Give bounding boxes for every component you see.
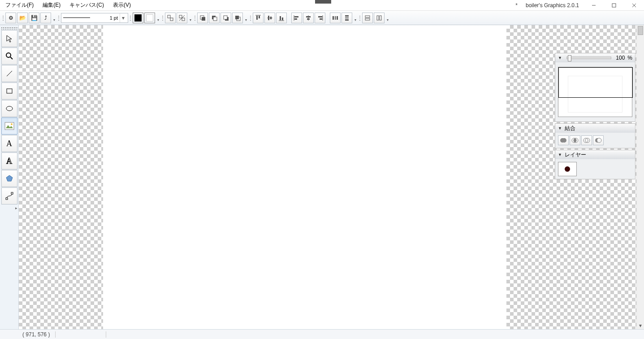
open-button[interactable]: 📂 bbox=[17, 13, 28, 23]
svg-rect-1 bbox=[612, 4, 616, 7]
ungroup-button[interactable] bbox=[177, 13, 187, 23]
svg-rect-39 bbox=[345, 17, 349, 18]
svg-rect-48 bbox=[7, 89, 12, 93]
align-left-button[interactable] bbox=[291, 13, 302, 23]
cursor-coordinates: ( 971, 576 ) bbox=[22, 331, 50, 338]
svg-rect-7 bbox=[182, 18, 185, 21]
canvas-area[interactable]: ▼ 100% ▼結合 bbox=[19, 25, 644, 329]
svg-rect-18 bbox=[256, 16, 258, 20]
svg-rect-38 bbox=[345, 15, 349, 17]
svg-rect-21 bbox=[268, 16, 269, 20]
align-bottom-button[interactable] bbox=[276, 13, 287, 23]
toolbox-expand[interactable]: ▸ bbox=[15, 205, 18, 210]
export-button[interactable]: ⤴ bbox=[40, 13, 51, 23]
group-button[interactable] bbox=[165, 13, 176, 23]
bring-forward-button[interactable] bbox=[209, 13, 220, 23]
layer-row[interactable] bbox=[558, 162, 632, 176]
svg-rect-25 bbox=[282, 17, 283, 20]
vertical-scrollbar[interactable]: ▾ bbox=[636, 25, 644, 329]
canvas[interactable] bbox=[103, 25, 506, 329]
settings-button[interactable]: ⚙ bbox=[5, 13, 16, 23]
window-minimize-button[interactable] bbox=[583, 0, 604, 11]
panel-collapse-icon[interactable]: ▼ bbox=[558, 152, 562, 157]
tool-ellipse[interactable] bbox=[1, 100, 17, 117]
toolbar: ⋮ ⚙ 📂 💾 ⤴ ▾ ⋮ 1 pt ▾ ⋮ ▾ ⋮ ▾ ⋮ ▾ ⋮ ▾ ⋮ ▾ bbox=[0, 11, 644, 25]
background-color-swatch[interactable] bbox=[144, 13, 155, 23]
svg-rect-24 bbox=[280, 16, 281, 20]
toolbar-dropdown-6[interactable]: ▾ bbox=[385, 13, 390, 23]
svg-rect-31 bbox=[307, 18, 310, 20]
folder-icon: 📂 bbox=[19, 15, 26, 21]
layer-visibility-toggle[interactable] bbox=[558, 162, 577, 176]
svg-rect-19 bbox=[259, 16, 260, 18]
align-right-button[interactable] bbox=[315, 13, 325, 23]
distribute-h-button[interactable] bbox=[330, 13, 341, 23]
panels: ▼ 100% ▼結合 bbox=[555, 53, 635, 181]
foreground-color-swatch[interactable] bbox=[133, 13, 143, 23]
zoom-percent: 100 bbox=[616, 55, 625, 61]
save-button[interactable]: 💾 bbox=[29, 13, 39, 23]
bring-front-button[interactable] bbox=[197, 13, 208, 23]
menu-canvas[interactable]: キャンバス(C) bbox=[67, 0, 107, 10]
align-vcenter-button[interactable] bbox=[264, 13, 275, 23]
tool-rectangle[interactable] bbox=[1, 83, 17, 100]
send-backward-button[interactable] bbox=[220, 13, 231, 23]
tool-text-outline[interactable]: A bbox=[1, 152, 17, 170]
align-top-button[interactable] bbox=[253, 13, 264, 23]
align-hcenter-button[interactable] bbox=[303, 13, 314, 23]
toolbox-grip[interactable] bbox=[1, 27, 18, 30]
menu-view[interactable]: 表示(V) bbox=[110, 0, 134, 10]
same-width-button[interactable] bbox=[362, 13, 373, 23]
svg-line-47 bbox=[7, 71, 12, 76]
svg-point-52 bbox=[11, 123, 13, 125]
combine-union-button[interactable] bbox=[558, 135, 569, 145]
window-close-button[interactable] bbox=[624, 0, 644, 11]
navigator-view[interactable] bbox=[558, 67, 632, 117]
letter-a-outline-icon: A bbox=[6, 156, 12, 166]
distribute-v-button[interactable] bbox=[341, 13, 352, 23]
svg-rect-33 bbox=[318, 16, 322, 17]
send-back-button[interactable] bbox=[232, 13, 243, 23]
tool-polygon[interactable] bbox=[1, 170, 17, 187]
combine-xor-button[interactable] bbox=[581, 135, 592, 145]
menu-file[interactable]: ファイル(F) bbox=[3, 0, 36, 10]
same-height-button[interactable] bbox=[374, 13, 385, 23]
toolbar-grip[interactable]: ⋮ bbox=[2, 13, 4, 23]
navigator-viewport-rect[interactable] bbox=[558, 67, 633, 98]
menu-edit[interactable]: 編集(E) bbox=[40, 0, 63, 10]
disk-icon: 💾 bbox=[31, 15, 38, 21]
tool-bezier[interactable] bbox=[1, 187, 17, 204]
tool-text[interactable]: A bbox=[1, 135, 17, 152]
panel-collapse-icon[interactable]: ▼ bbox=[558, 126, 562, 130]
zoom-unit: % bbox=[627, 55, 632, 61]
svg-rect-10 bbox=[202, 17, 205, 21]
tool-zoom[interactable] bbox=[1, 48, 17, 65]
export-icon: ⤴ bbox=[44, 15, 47, 21]
tool-select[interactable] bbox=[1, 30, 17, 47]
scrollbar-down-button[interactable]: ▾ bbox=[637, 322, 644, 329]
menubar: ファイル(F) 編集(E) キャンバス(C) 表示(V) bbox=[0, 0, 134, 10]
combine-subtract-button[interactable] bbox=[593, 135, 604, 145]
gear-icon: ⚙ bbox=[9, 15, 13, 21]
stroke-preview bbox=[63, 17, 90, 18]
window-maximize-button[interactable] bbox=[604, 0, 624, 11]
svg-rect-44 bbox=[380, 16, 381, 20]
svg-rect-12 bbox=[213, 17, 217, 21]
panel-collapse-icon[interactable]: ▼ bbox=[558, 56, 562, 60]
zoom-slider-thumb[interactable] bbox=[568, 55, 571, 61]
svg-rect-43 bbox=[377, 16, 379, 20]
tool-image[interactable] bbox=[1, 117, 17, 135]
zoom-slider[interactable] bbox=[566, 56, 611, 59]
svg-rect-6 bbox=[179, 15, 182, 18]
svg-point-57 bbox=[562, 138, 566, 143]
combine-intersect-button[interactable] bbox=[570, 135, 580, 145]
svg-rect-36 bbox=[335, 16, 336, 20]
tool-line[interactable] bbox=[1, 65, 17, 82]
titlebar-grip[interactable] bbox=[315, 0, 331, 4]
modified-indicator: * bbox=[507, 2, 526, 9]
statusbar-separator bbox=[55, 331, 56, 338]
scrollbar-thumb[interactable] bbox=[638, 26, 643, 35]
stroke-width-combo[interactable]: 1 pt ▾ bbox=[61, 13, 128, 23]
svg-rect-22 bbox=[270, 17, 272, 19]
svg-point-45 bbox=[6, 53, 11, 57]
